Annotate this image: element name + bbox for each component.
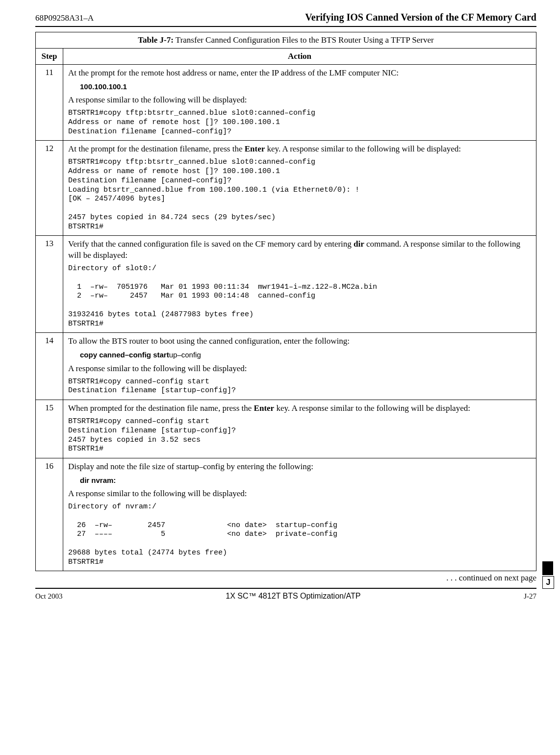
- step-number: 15: [36, 400, 63, 458]
- action-cell: Verify that the canned configuration fil…: [63, 236, 536, 333]
- page-footer: Oct 2003 1X SC™ 4812T BTS Optimization/A…: [35, 588, 536, 601]
- step-number: 13: [36, 236, 63, 333]
- action-cell: When prompted for the destination file n…: [63, 400, 536, 458]
- thumb-bar: [542, 561, 553, 575]
- thumb-tab: J: [542, 561, 554, 589]
- action-cell: At the prompt for the remote host addres…: [63, 65, 536, 141]
- table-caption-text: Transfer Canned Configuration Files to t…: [176, 35, 434, 45]
- text-run: key. A response similar to the following…: [265, 144, 461, 153]
- step-number: 12: [36, 141, 63, 236]
- procedure-table: Table J-7: Transfer Canned Configuration…: [35, 32, 536, 571]
- body-text: At the prompt for the remote host addres…: [68, 68, 531, 79]
- footer-page: J-27: [524, 592, 536, 601]
- terminal-output: BTSRTR1#copy canned–config start Destina…: [68, 378, 531, 396]
- step-number: 16: [36, 458, 63, 571]
- command-text: 100.100.100.1: [80, 82, 531, 92]
- terminal-output: BTSRTR1#copy tftp:btsrtr_canned.blue slo…: [68, 158, 531, 231]
- body-text: A response similar to the following will…: [68, 363, 531, 375]
- table-row: 14 To allow the BTS router to boot using…: [36, 333, 536, 400]
- text-run: Verify that the canned configuration fil…: [68, 239, 354, 249]
- col-action: Action: [63, 49, 536, 65]
- doc-id: 68P09258A31–A: [35, 13, 94, 23]
- continued-label: . . . continued on next page: [35, 573, 536, 583]
- table-label: Table J-7:: [138, 35, 174, 45]
- footer-date: Oct 2003: [35, 592, 62, 601]
- table-row: 13 Verify that the canned configuration …: [36, 236, 536, 333]
- action-cell: Display and note the file size of startu…: [63, 458, 536, 571]
- body-text: Verify that the canned configuration fil…: [68, 239, 531, 261]
- action-cell: At the prompt for the destination filena…: [63, 141, 536, 236]
- text-run: At the prompt for the destination filena…: [68, 144, 245, 153]
- table-row: 11 At the prompt for the remote host add…: [36, 65, 536, 141]
- step-number: 11: [36, 65, 63, 141]
- terminal-output: Directory of slot0:/ 1 –rw– 7051976 Mar …: [68, 264, 531, 328]
- text-run: copy canned–config start: [80, 351, 169, 359]
- command-text: copy canned–config startup–config: [80, 350, 531, 360]
- page-title: Verifying IOS Canned Version of the CF M…: [305, 12, 536, 23]
- page-header: 68P09258A31–A Verifying IOS Canned Versi…: [35, 12, 536, 27]
- step-number: 14: [36, 333, 63, 400]
- command-name: dir: [354, 239, 364, 249]
- terminal-output: BTSRTR1#copy canned–config start Destina…: [68, 417, 531, 454]
- footer-title: 1X SC™ 4812T BTS Optimization/ATP: [226, 592, 360, 601]
- terminal-output: Directory of nvram:/ 26 –rw– 2457 <no da…: [68, 503, 531, 567]
- body-text: To allow the BTS router to boot using th…: [68, 336, 531, 347]
- key-name: Enter: [254, 403, 275, 413]
- table-caption: Table J-7: Transfer Canned Configuration…: [36, 32, 536, 49]
- table-row: 15 When prompted for the destination fil…: [36, 400, 536, 458]
- action-cell: To allow the BTS router to boot using th…: [63, 333, 536, 400]
- body-text: When prompted for the destination file n…: [68, 403, 531, 414]
- command-text: dir nvram:: [80, 476, 531, 485]
- body-text: A response similar to the following will…: [68, 95, 531, 106]
- thumb-letter: J: [542, 576, 554, 589]
- body-text: Display and note the file size of startu…: [68, 461, 531, 473]
- body-text: A response similar to the following will…: [68, 488, 531, 500]
- table-row: 16 Display and note the file size of sta…: [36, 458, 536, 571]
- text-run: key. A response similar to the following…: [274, 403, 470, 413]
- key-name: Enter: [245, 144, 265, 153]
- text-run: up–config: [169, 351, 201, 359]
- text-run: When prompted for the destination file n…: [68, 403, 254, 413]
- table-row: 12 At the prompt for the destination fil…: [36, 141, 536, 236]
- col-step: Step: [36, 49, 63, 65]
- body-text: At the prompt for the destination filena…: [68, 144, 531, 155]
- terminal-output: BTSRTR1#copy tftp:btsrtr_canned.blue slo…: [68, 109, 531, 136]
